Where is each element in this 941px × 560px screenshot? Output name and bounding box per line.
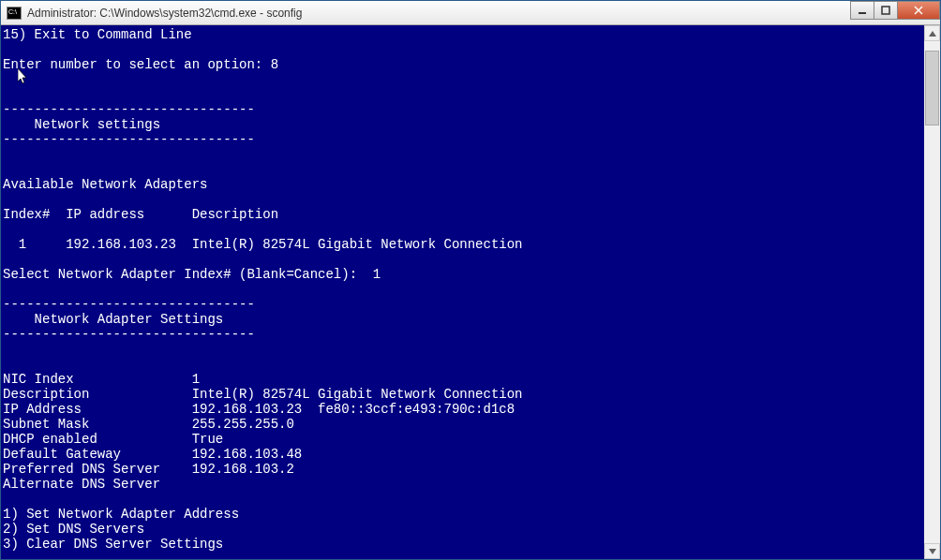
term-line: 1 192.168.103.23 Intel(R) 82574L Gigabit… [3,237,523,252]
term-line: NIC Index 1 [3,372,200,387]
svg-rect-0 [859,12,866,14]
term-line: IP Address 192.168.103.23 fe80::3ccf:e49… [3,402,515,417]
window-controls [851,1,940,20]
close-button[interactable] [897,1,940,20]
term-line: Select Network Adapter Index# (Blank=Can… [3,267,381,282]
term-line: Network Adapter Settings [3,312,223,327]
term-line: Description Intel(R) 82574L Gigabit Netw… [3,387,523,402]
term-line: Subnet Mask 255.255.255.0 [3,417,294,432]
scroll-track[interactable] [924,41,940,543]
term-line: 15) Exit to Command Line [3,27,192,42]
scroll-up-button[interactable] [924,25,940,41]
term-line: DHCP enabled True [3,432,223,447]
term-line: 3) Clear DNS Server Settings [3,537,223,552]
term-line: -------------------------------- [3,327,255,342]
term-line: Preferred DNS Server 192.168.103.2 [3,462,294,477]
term-line: Alternate DNS Server [3,477,160,492]
content-area: 15) Exit to Command Line Enter number to… [1,25,940,559]
term-line: Default Gateway 192.168.103.48 [3,447,302,462]
scroll-down-button[interactable] [924,543,940,559]
term-line: 1) Set Network Adapter Address [3,507,239,522]
term-line: -------------------------------- [3,102,255,117]
title-text: Administrator: C:\Windows\system32\cmd.e… [27,7,302,20]
term-line: Available Network Adapters [3,177,207,192]
scroll-thumb[interactable] [925,51,939,125]
terminal-output[interactable]: 15) Exit to Command Line Enter number to… [1,25,924,559]
titlebar[interactable]: Administrator: C:\Windows\system32\cmd.e… [1,1,940,25]
term-line: 2) Set DNS Servers [3,522,144,537]
maximize-button[interactable] [874,1,898,20]
minimize-button[interactable] [850,1,874,20]
term-line: -------------------------------- [3,132,255,147]
vertical-scrollbar[interactable] [924,25,940,559]
svg-rect-1 [882,7,889,14]
term-line: Network settings [3,117,160,132]
term-line: Enter number to select an option: 8 [3,57,278,72]
term-line: -------------------------------- [3,297,255,312]
cmd-icon [7,7,22,20]
term-line: Index# IP address Description [3,207,278,222]
command-prompt-window: Administrator: C:\Windows\system32\cmd.e… [0,0,941,560]
